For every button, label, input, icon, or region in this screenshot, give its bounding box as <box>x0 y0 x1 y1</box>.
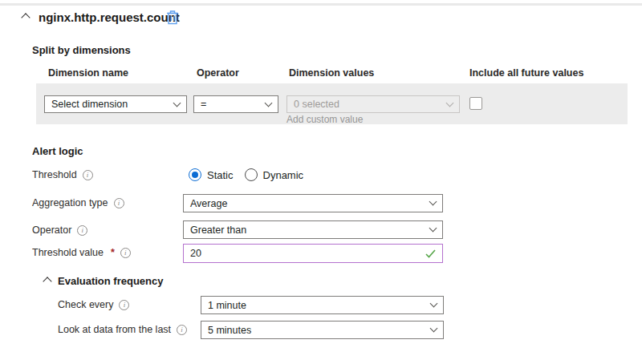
column-header-dimension-values: Dimension values <box>289 67 374 79</box>
evaluation-frequency-collapse-chevron-icon[interactable] <box>43 276 51 285</box>
threshold-value-input[interactable] <box>190 248 425 259</box>
threshold-label-row: Threshold i <box>32 169 93 180</box>
threshold-radio-group: Static Dynamic <box>189 168 303 181</box>
threshold-option-static[interactable]: Static <box>189 168 234 181</box>
top-divider <box>0 3 642 6</box>
check-every-label: Check every <box>58 299 113 310</box>
look-back-dropdown[interactable]: 5 minutes <box>201 321 444 339</box>
operator-dropdown[interactable]: Greater than <box>183 220 443 239</box>
include-all-future-values-checkbox[interactable] <box>469 97 482 110</box>
threshold-value-field <box>183 244 443 263</box>
operator-label: Operator <box>32 224 71 236</box>
aggregation-type-dropdown-value: Average <box>190 198 227 209</box>
add-custom-value-link[interactable]: Add custom value <box>286 114 363 125</box>
info-icon[interactable]: i <box>177 325 187 335</box>
dimension-name-dropdown[interactable]: Select dimension <box>44 95 187 113</box>
threshold-option-dynamic-label: Dynamic <box>263 169 304 181</box>
radio-unselected-icon <box>245 168 258 181</box>
dimension-name-dropdown-value: Select dimension <box>51 99 128 110</box>
dimension-operator-dropdown-value: = <box>201 99 206 110</box>
required-asterisk: * <box>111 247 115 258</box>
info-icon[interactable]: i <box>119 300 129 310</box>
operator-label-row: Operator i <box>32 224 87 236</box>
threshold-option-static-label: Static <box>207 169 234 181</box>
delete-metric-button[interactable] <box>166 10 179 25</box>
column-header-include-all-future-values: Include all future values <box>469 67 583 79</box>
check-every-dropdown-value: 1 minute <box>208 300 246 311</box>
look-back-label-row: Look at data from the last i <box>58 324 187 335</box>
dimension-values-dropdown-value: 0 selected <box>294 99 339 110</box>
check-every-label-row: Check every i <box>58 299 129 310</box>
check-every-dropdown[interactable]: 1 minute <box>201 296 444 314</box>
trash-icon <box>166 10 179 25</box>
chevron-down-icon <box>430 300 438 308</box>
threshold-value-label-row: Threshold value * i <box>32 247 131 258</box>
alert-logic-heading: Alert logic <box>32 145 83 157</box>
evaluation-frequency-heading: Evaluation frequency <box>58 275 163 287</box>
chevron-down-icon <box>265 99 273 107</box>
aggregation-type-dropdown[interactable]: Average <box>183 194 443 212</box>
info-icon[interactable]: i <box>120 248 131 258</box>
chevron-down-icon <box>173 99 181 107</box>
split-by-dimensions-heading: Split by dimensions <box>32 44 131 56</box>
chevron-down-icon <box>446 99 454 107</box>
threshold-value-label: Threshold value <box>32 247 104 258</box>
aggregation-type-label-row: Aggregation type i <box>32 197 124 208</box>
info-icon[interactable]: i <box>77 225 87 236</box>
look-back-dropdown-value: 5 minutes <box>208 325 251 336</box>
threshold-label: Threshold <box>32 169 77 180</box>
column-header-operator: Operator <box>197 67 239 79</box>
radio-selected-icon <box>189 168 201 181</box>
chevron-down-icon <box>429 198 437 206</box>
column-header-dimension-name: Dimension name <box>48 67 128 79</box>
dimension-operator-dropdown[interactable]: = <box>193 95 278 113</box>
dimension-values-dropdown[interactable]: 0 selected <box>286 95 460 113</box>
metric-collapse-chevron-icon[interactable] <box>21 12 30 21</box>
chevron-down-icon <box>430 325 438 333</box>
threshold-option-dynamic[interactable]: Dynamic <box>245 168 304 181</box>
info-icon[interactable]: i <box>114 198 124 208</box>
valid-check-icon <box>425 249 436 258</box>
metric-title: nginx.http.request.count <box>39 10 180 24</box>
operator-dropdown-value: Greater than <box>190 224 246 236</box>
aggregation-type-label: Aggregation type <box>32 197 108 208</box>
look-back-label: Look at data from the last <box>58 324 171 335</box>
alert-condition-panel: nginx.http.request.count Split by dimens… <box>0 0 642 364</box>
info-icon[interactable]: i <box>83 170 93 180</box>
chevron-down-icon <box>429 224 437 233</box>
